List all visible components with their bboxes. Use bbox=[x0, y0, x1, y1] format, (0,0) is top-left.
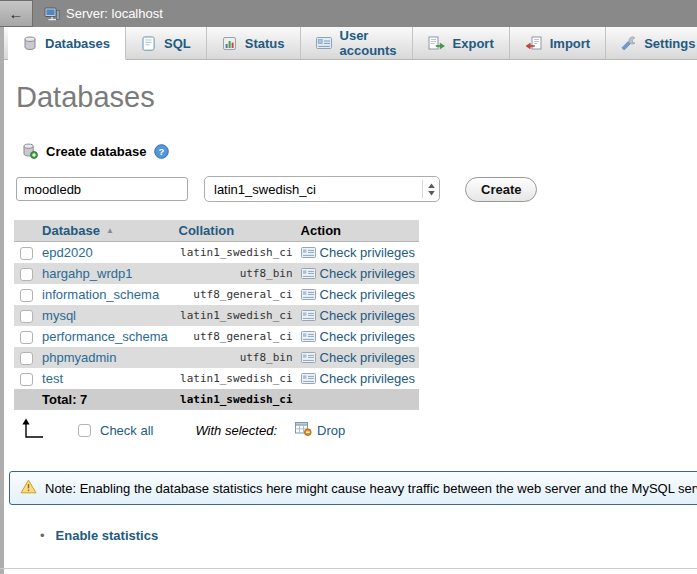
table-row: test latin1_swedish_ci Check privileges bbox=[14, 368, 419, 389]
select-stepper-icon bbox=[422, 180, 436, 198]
tab-status[interactable]: Status bbox=[207, 27, 301, 59]
server-icon bbox=[44, 7, 60, 21]
databases-table: Database▲ Collation Action epd2020 latin… bbox=[14, 220, 419, 410]
check-privileges-icon bbox=[301, 289, 316, 300]
table-row: epd2020 latin1_swedish_ci Check privileg… bbox=[14, 242, 419, 264]
export-icon bbox=[428, 36, 445, 50]
database-link[interactable]: mysql bbox=[42, 308, 76, 323]
drop-action[interactable]: Drop bbox=[295, 422, 345, 439]
statistics-section: • Enable statistics bbox=[40, 528, 697, 543]
table-total-row: Total: 7 latin1_swedish_ci bbox=[14, 389, 419, 410]
check-privileges-link[interactable]: Check privileges bbox=[320, 266, 415, 281]
svg-text:?: ? bbox=[159, 146, 165, 157]
list-bullet: • bbox=[40, 528, 45, 543]
help-icon[interactable]: ? bbox=[154, 144, 169, 159]
check-privileges-link[interactable]: Check privileges bbox=[320, 350, 415, 365]
check-all-label[interactable]: Check all bbox=[100, 423, 153, 438]
create-database-icon bbox=[22, 143, 38, 159]
collation-value: utf8_general_ci bbox=[175, 284, 297, 305]
row-checkbox[interactable] bbox=[20, 373, 33, 386]
check-privileges-link[interactable]: Check privileges bbox=[320, 329, 415, 344]
row-checkbox[interactable] bbox=[20, 310, 33, 323]
check-privileges-link[interactable]: Check privileges bbox=[320, 371, 415, 386]
database-name-input[interactable] bbox=[16, 177, 188, 201]
table-header-row: Database▲ Collation Action bbox=[14, 220, 419, 242]
check-privileges-link[interactable]: Check privileges bbox=[320, 287, 415, 302]
row-checkbox[interactable] bbox=[20, 352, 33, 365]
titlebar: ← Server: localhost bbox=[0, 0, 697, 27]
collation-select-value: latin1_swedish_ci bbox=[214, 182, 316, 197]
back-button[interactable]: ← bbox=[0, 0, 33, 27]
collation-value: latin1_swedish_ci bbox=[175, 368, 297, 389]
tab-sql[interactable]: SQL bbox=[126, 27, 207, 59]
server-breadcrumb: Server: localhost bbox=[44, 6, 163, 21]
tab-user-accounts[interactable]: User accounts bbox=[301, 27, 413, 59]
database-link[interactable]: phpmyadmin bbox=[42, 350, 116, 365]
sort-collation-link[interactable]: Collation bbox=[179, 223, 235, 238]
check-privileges-icon bbox=[301, 268, 316, 279]
check-all-checkbox[interactable] bbox=[78, 424, 91, 437]
database-link[interactable]: epd2020 bbox=[42, 245, 93, 260]
with-selected-label: With selected: bbox=[195, 423, 277, 438]
create-database-label: Create database bbox=[46, 144, 146, 159]
create-database-form: latin1_swedish_ci Create bbox=[16, 176, 697, 202]
tab-databases[interactable]: Databases bbox=[8, 27, 126, 60]
server-title-text: Server: localhost bbox=[66, 6, 163, 21]
note-text: Note: Enabling the database statistics h… bbox=[45, 481, 697, 496]
database-link[interactable]: test bbox=[42, 371, 63, 386]
check-privileges-icon bbox=[301, 373, 316, 384]
back-arrow-icon: ← bbox=[9, 5, 24, 22]
header-checkbox-cell bbox=[14, 220, 38, 242]
warning-icon bbox=[20, 479, 37, 497]
settings-icon bbox=[621, 36, 636, 51]
drop-icon bbox=[295, 422, 312, 439]
note-banner: Note: Enabling the database statistics h… bbox=[9, 471, 697, 505]
sort-database-link[interactable]: Database bbox=[42, 223, 100, 238]
table-row: performance_schema utf8_general_ci Check… bbox=[14, 326, 419, 347]
collation-value: utf8_general_ci bbox=[175, 326, 297, 347]
database-icon bbox=[23, 36, 37, 51]
check-privileges-icon bbox=[301, 352, 316, 363]
header-action: Action bbox=[297, 220, 419, 242]
create-button[interactable]: Create bbox=[465, 177, 537, 202]
check-privileges-link[interactable]: Check privileges bbox=[320, 245, 415, 260]
check-privileges-icon bbox=[301, 247, 316, 258]
enable-statistics-link[interactable]: Enable statistics bbox=[56, 528, 159, 543]
row-checkbox[interactable] bbox=[20, 247, 33, 260]
row-checkbox[interactable] bbox=[20, 268, 33, 281]
with-selected-arrow-icon bbox=[20, 417, 48, 444]
check-privileges-icon bbox=[301, 331, 316, 342]
collation-value: utf8_bin bbox=[175, 263, 297, 284]
sql-icon bbox=[141, 36, 156, 51]
total-collation: latin1_swedish_ci bbox=[175, 389, 297, 410]
header-database: Database▲ bbox=[38, 220, 174, 242]
collation-value: utf8_bin bbox=[175, 347, 297, 368]
tab-export[interactable]: Export bbox=[413, 27, 510, 59]
check-privileges-link[interactable]: Check privileges bbox=[320, 308, 415, 323]
collation-value: latin1_swedish_ci bbox=[175, 242, 297, 264]
row-checkbox[interactable] bbox=[20, 289, 33, 302]
total-label: Total: 7 bbox=[38, 389, 174, 410]
row-checkbox[interactable] bbox=[20, 331, 33, 344]
page-title: Databases bbox=[16, 81, 697, 114]
tab-settings[interactable]: Settings bbox=[606, 27, 697, 59]
status-icon bbox=[222, 36, 237, 51]
import-icon bbox=[525, 36, 542, 50]
drop-link[interactable]: Drop bbox=[317, 423, 345, 438]
collation-value: latin1_swedish_ci bbox=[175, 305, 297, 326]
user-accounts-icon bbox=[316, 37, 332, 49]
collation-select[interactable]: latin1_swedish_ci bbox=[204, 176, 440, 202]
table-row: hargahp_wrdp1 utf8_bin Check privileges bbox=[14, 263, 419, 284]
table-row: mysql latin1_swedish_ci Check privileges bbox=[14, 305, 419, 326]
create-database-heading: Create database ? bbox=[22, 143, 697, 159]
main-content: Databases Create database ? latin1_swedi… bbox=[4, 81, 697, 543]
table-row: information_schema utf8_general_ci Check… bbox=[14, 284, 419, 305]
table-footer-controls: Check all With selected: Drop bbox=[18, 416, 697, 444]
check-privileges-icon bbox=[301, 310, 316, 321]
database-link[interactable]: hargahp_wrdp1 bbox=[42, 266, 132, 281]
database-link[interactable]: information_schema bbox=[42, 287, 159, 302]
tab-import[interactable]: Import bbox=[510, 27, 606, 59]
database-link[interactable]: performance_schema bbox=[42, 329, 168, 344]
bottom-divider bbox=[0, 568, 697, 569]
tabbar: Databases SQL Status User accounts Expor… bbox=[4, 27, 697, 60]
